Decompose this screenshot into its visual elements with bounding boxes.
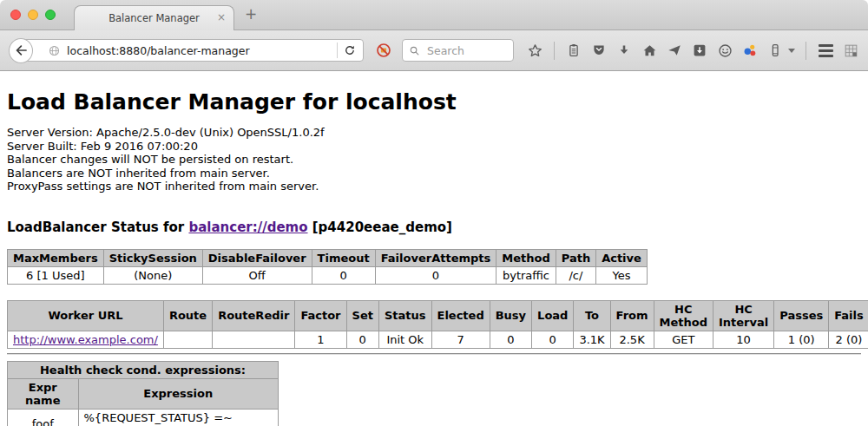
table-header-row: Expr name Expression [8, 378, 279, 409]
tab-balancer-manager[interactable]: Balancer Manager × [74, 5, 234, 30]
failoverattempts-cell: 0 [375, 266, 496, 284]
persist-note-line: Balancer changes will NOT be persisted o… [7, 153, 861, 167]
home-icon[interactable] [641, 41, 658, 60]
toolbar-divider [554, 42, 555, 60]
tab-bar: Balancer Manager × + [0, 0, 868, 30]
close-window-button[interactable] [10, 10, 21, 20]
column-header: Timeout [312, 249, 375, 266]
from-cell: 2.5K [610, 331, 654, 348]
status-suffix: [p4420eeae_demo] [308, 220, 452, 235]
balancer-settings-table: MaxMembers StickySession DisableFailover… [7, 249, 648, 285]
maxmembers-cell: 6 [1 Used] [8, 266, 104, 284]
reload-icon [343, 43, 357, 57]
column-header: RouteRedir [213, 300, 295, 331]
pocket-icon[interactable] [590, 41, 608, 60]
url-bar[interactable]: localhost:8880/balancer-manager [20, 39, 364, 62]
sidebar-panel-icon[interactable] [766, 41, 784, 60]
expr-row: foof %{REQUEST_STATUS} =~ /^[234]/ [8, 409, 279, 426]
search-icon [408, 44, 421, 57]
hc-interval-cell: 10 [713, 331, 773, 348]
column-header: Factor [295, 300, 346, 331]
timeout-cell: 0 [312, 266, 375, 284]
back-icon [13, 43, 29, 58]
column-header: Expression [78, 378, 278, 409]
health-table-title: Health check cond. expressions: [8, 361, 279, 378]
column-header: Set [346, 300, 378, 331]
hc-method-cell: GET [654, 331, 713, 348]
column-header: From [610, 300, 654, 331]
column-header: Fails [829, 300, 868, 331]
column-header: Route [163, 300, 212, 331]
worker-row: http://www.example.com/ 1 0 Init Ok 7 0 … [8, 331, 868, 348]
route-cell [163, 331, 212, 348]
factor-cell: 1 [295, 331, 346, 348]
proxypass-note-line: ProxyPass settings are NOT inherited fro… [7, 180, 861, 193]
column-header: Elected [431, 300, 490, 331]
column-header: DisableFailover [202, 249, 312, 266]
dropdown-caret-icon[interactable] [788, 49, 795, 53]
column-header: Expr name [8, 378, 79, 409]
column-header: FailoverAttempts [375, 249, 496, 266]
smiley-icon[interactable] [716, 41, 733, 60]
status-prefix: LoadBalancer Status for [7, 220, 188, 235]
column-header: Load [532, 300, 574, 331]
column-header: Busy [490, 300, 531, 331]
page-content: Load Balancer Manager for localhost Serv… [0, 89, 868, 426]
path-cell: /c/ [556, 266, 595, 284]
download-arrow-icon[interactable] [615, 41, 633, 60]
column-header: MaxMembers [8, 249, 104, 266]
inherit-note-line: Balancers are NOT inherited from main se… [7, 167, 861, 180]
square-download-icon[interactable] [691, 41, 708, 60]
window-controls [10, 10, 56, 20]
navigation-toolbar: localhost:8880/balancer-manager [0, 30, 868, 71]
balancer-demo-link[interactable]: balancer://demo [188, 220, 307, 235]
status-cell: Init Ok [378, 331, 431, 348]
search-input[interactable] [425, 43, 508, 58]
column-header: Path [556, 249, 595, 266]
menu-icon[interactable] [817, 41, 834, 60]
stickysession-cell: (None) [103, 266, 202, 284]
new-tab-button[interactable]: + [245, 5, 257, 23]
balancer-status-heading: LoadBalancer Status for balancer://demo … [7, 220, 861, 235]
busy-cell: 0 [490, 331, 531, 348]
passes-cell: 1 (0) [774, 331, 829, 348]
tab-close-icon[interactable]: × [217, 12, 226, 23]
expr-name-cell: foof [8, 409, 79, 426]
toolbar-divider [806, 42, 806, 60]
table-header-row: Worker URL Route RouteRedir Factor Set S… [8, 300, 868, 331]
column-header: Active [596, 249, 648, 266]
table-header-row: MaxMembers StickySession DisableFailover… [8, 249, 648, 266]
grid-extension-icon[interactable] [842, 41, 859, 60]
disablefailover-cell: Off [202, 266, 312, 284]
search-bar[interactable] [402, 39, 514, 62]
column-header: To [574, 300, 610, 331]
server-info: Server Version: Apache/2.5.0-dev (Unix) … [7, 126, 861, 193]
method-cell: bytraffic [496, 266, 556, 284]
block-plugin-icon[interactable] [375, 42, 392, 59]
expr-value-cell: %{REQUEST_STATUS} =~ /^[234]/ [78, 409, 278, 426]
clipboard-icon[interactable] [565, 41, 582, 60]
tab-title: Balancer Manager [108, 12, 200, 24]
column-header: HC Method [654, 300, 713, 331]
fails-cell: 2 (0) [829, 331, 868, 348]
table-title-row: Health check cond. expressions: [8, 361, 279, 378]
colored-dots-icon[interactable] [741, 41, 759, 60]
bookmark-star-icon[interactable] [526, 41, 543, 60]
page-title: Load Balancer Manager for localhost [7, 89, 861, 115]
zoom-window-button[interactable] [45, 10, 56, 20]
send-plane-icon[interactable] [666, 41, 683, 60]
routeredir-cell [213, 331, 295, 348]
column-header: HC Interval [713, 300, 773, 331]
minimize-window-button[interactable] [28, 10, 38, 20]
column-header: Status [378, 300, 431, 331]
server-version-line: Server Version: Apache/2.5.0-dev (Unix) … [7, 126, 861, 140]
worker-status-table: Worker URL Route RouteRedir Factor Set S… [7, 300, 868, 349]
url-text[interactable]: localhost:8880/balancer-manager [67, 44, 332, 57]
worker-url-link[interactable]: http://www.example.com/ [13, 333, 158, 346]
globe-icon [48, 44, 61, 57]
load-cell: 0 [532, 331, 574, 348]
to-cell: 3.1K [574, 331, 610, 348]
reload-button[interactable] [343, 43, 357, 57]
back-button[interactable] [9, 38, 33, 63]
server-built-line: Server Built: Feb 9 2016 07:00:20 [7, 140, 861, 154]
